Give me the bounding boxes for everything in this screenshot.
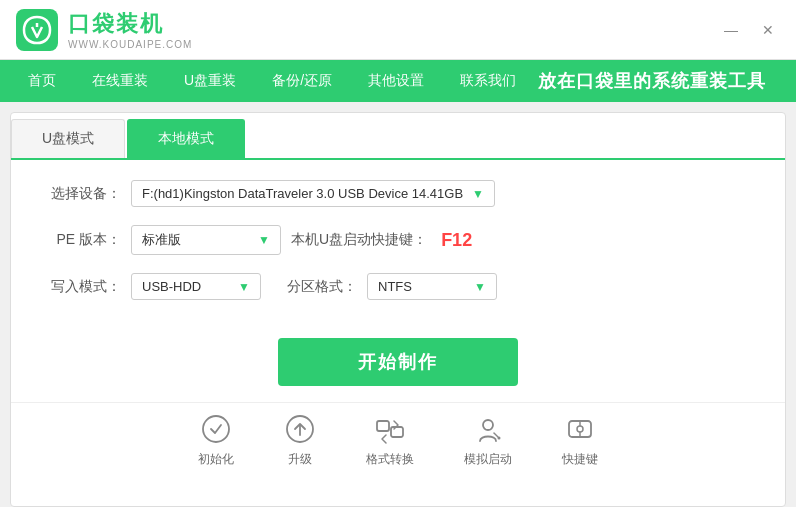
form-section: 选择设备： F:(hd1)Kingston DataTraveler 3.0 U… (11, 160, 785, 328)
svg-point-2 (203, 416, 229, 442)
upgrade-icon (284, 413, 316, 445)
device-label: 选择设备： (51, 185, 121, 203)
svg-point-7 (498, 437, 501, 440)
main-content: U盘模式 本地模式 选择设备： F:(hd1)Kingston DataTrav… (10, 112, 786, 507)
format-convert-icon (374, 413, 406, 445)
nav-slogan: 放在口袋里的系统重装工具 (538, 69, 786, 93)
app-logo-icon (16, 9, 58, 51)
svg-rect-5 (391, 427, 403, 437)
write-row: 写入模式： USB-HDD ▼ 分区格式： NTFS ▼ (51, 273, 745, 300)
initialize-icon (200, 413, 232, 445)
upgrade-label: 升级 (288, 451, 312, 468)
icon-initialize[interactable]: 初始化 (198, 413, 234, 468)
device-row: 选择设备： F:(hd1)Kingston DataTraveler 3.0 U… (51, 180, 745, 207)
svg-point-6 (483, 420, 493, 430)
format-convert-label: 格式转换 (366, 451, 414, 468)
icon-shortcut-key[interactable]: 快捷键 (562, 413, 598, 468)
nav-item-online[interactable]: 在线重装 (74, 60, 166, 102)
device-select[interactable]: F:(hd1)Kingston DataTraveler 3.0 USB Dev… (131, 180, 495, 207)
tab-local-mode[interactable]: 本地模式 (127, 119, 245, 158)
tabs-bar: U盘模式 本地模式 (11, 113, 785, 160)
part-select-arrow: ▼ (474, 280, 486, 294)
part-select[interactable]: NTFS ▼ (367, 273, 497, 300)
initialize-label: 初始化 (198, 451, 234, 468)
app-name-block: 口袋装机 WWW.KOUDAIPE.COM (68, 9, 192, 50)
title-bar: 口袋装机 WWW.KOUDAIPE.COM — ✕ (0, 0, 796, 60)
icon-format-convert[interactable]: 格式转换 (366, 413, 414, 468)
title-bar-left: 口袋装机 WWW.KOUDAIPE.COM (16, 9, 192, 51)
pe-hint: 本机U盘启动快捷键： (291, 231, 427, 249)
icon-upgrade[interactable]: 升级 (284, 413, 316, 468)
minimize-button[interactable]: — (718, 20, 744, 40)
simulate-boot-label: 模拟启动 (464, 451, 512, 468)
svg-point-9 (577, 426, 583, 432)
start-button[interactable]: 开始制作 (278, 338, 518, 386)
app-url: WWW.KOUDAIPE.COM (68, 39, 192, 50)
close-button[interactable]: ✕ (756, 20, 780, 40)
part-label: 分区格式： (287, 278, 357, 296)
nav-item-contact[interactable]: 联系我们 (442, 60, 534, 102)
app-window: 口袋装机 WWW.KOUDAIPE.COM — ✕ 首页 在线重装 U盘重装 备… (0, 0, 796, 507)
write-label: 写入模式： (51, 278, 121, 296)
pe-label: PE 版本： (51, 231, 121, 249)
write-select[interactable]: USB-HDD ▼ (131, 273, 261, 300)
start-btn-row: 开始制作 (11, 338, 785, 386)
write-select-arrow: ▼ (238, 280, 250, 294)
app-name: 口袋装机 (68, 9, 192, 39)
svg-rect-4 (377, 421, 389, 431)
nav-item-home[interactable]: 首页 (10, 60, 74, 102)
bottom-icons: 初始化 升级 格式转换 (11, 402, 785, 484)
pe-select[interactable]: 标准版 ▼ (131, 225, 281, 255)
device-select-arrow: ▼ (472, 187, 484, 201)
svg-rect-0 (16, 9, 58, 51)
nav-item-settings[interactable]: 其他设置 (350, 60, 442, 102)
pe-row: PE 版本： 标准版 ▼ 本机U盘启动快捷键： F12 (51, 225, 745, 255)
icon-simulate-boot[interactable]: 模拟启动 (464, 413, 512, 468)
nav-item-usb[interactable]: U盘重装 (166, 60, 254, 102)
simulate-boot-icon (472, 413, 504, 445)
shortcut-key-label: 快捷键 (562, 451, 598, 468)
nav-item-backup[interactable]: 备份/还原 (254, 60, 350, 102)
title-bar-right: — ✕ (718, 20, 780, 40)
pe-select-arrow: ▼ (258, 233, 270, 247)
pe-shortcut-key: F12 (441, 230, 472, 251)
tab-usb-mode[interactable]: U盘模式 (11, 119, 125, 158)
shortcut-key-icon (564, 413, 596, 445)
nav-items: 首页 在线重装 U盘重装 备份/还原 其他设置 联系我们 (10, 60, 538, 102)
nav-bar: 首页 在线重装 U盘重装 备份/还原 其他设置 联系我们 放在口袋里的系统重装工… (0, 60, 796, 102)
